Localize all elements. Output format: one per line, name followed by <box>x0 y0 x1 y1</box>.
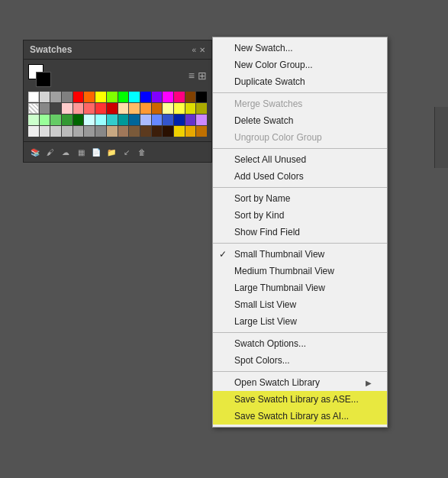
menu-item-save-swatch-library-ase[interactable]: Save Swatch Library as ASE... <box>213 391 387 408</box>
swatch-cell[interactable] <box>84 103 95 114</box>
swatch-cell[interactable] <box>140 115 151 125</box>
menu-item-open-swatch-library[interactable]: Open Swatch Library ▶ <box>213 374 387 391</box>
menu-item-sort-by-name[interactable]: Sort by Name <box>213 190 387 207</box>
menu-item-duplicate-swatch[interactable]: Duplicate Swatch <box>213 73 387 90</box>
swatch-cell[interactable] <box>73 92 84 102</box>
swatch-cell[interactable] <box>196 92 207 102</box>
swatch-cell[interactable] <box>152 103 163 114</box>
swatch-cell[interactable] <box>140 126 151 137</box>
swatch-cell[interactable] <box>107 92 118 102</box>
swatch-cell[interactable] <box>185 92 196 102</box>
folder-icon[interactable]: 📁 <box>105 145 118 159</box>
menu-item-save-swatch-library-ai[interactable]: Save Swatch Library as AI... <box>213 408 387 425</box>
swatch-cell[interactable] <box>95 126 106 137</box>
swatch-cell[interactable] <box>40 103 50 114</box>
swatch-cell[interactable] <box>185 103 196 114</box>
swatch-cell[interactable] <box>196 126 207 137</box>
delete-icon[interactable]: 🗑 <box>135 145 149 159</box>
swatch-cell[interactable] <box>174 103 185 114</box>
menu-item-large-list-view[interactable]: Large List View <box>213 313 387 330</box>
menu-item-show-find-field[interactable]: Show Find Field <box>213 224 387 241</box>
swatch-cell[interactable] <box>62 103 73 114</box>
arrow-icon[interactable]: ↙ <box>120 145 134 159</box>
swatch-cell[interactable] <box>73 126 84 137</box>
swatch-cell[interactable] <box>73 115 84 125</box>
swatch-cell[interactable] <box>62 126 73 137</box>
menu-item-new-color-group[interactable]: New Color Group... <box>213 57 387 73</box>
brush-icon[interactable]: 🖌 <box>44 145 57 159</box>
swatch-cell[interactable] <box>73 103 84 114</box>
menu-item-select-all-unused[interactable]: Select All Unused <box>213 151 387 168</box>
menu-item-large-thumbnail-view[interactable]: Large Thumbnail View <box>213 279 387 296</box>
swatch-cell[interactable] <box>163 126 173 137</box>
swatch-cell[interactable] <box>140 92 151 102</box>
swatch-cell[interactable] <box>28 103 39 114</box>
swatches-panel: Swatches « ✕ ≡ ⊞ <box>23 40 212 163</box>
swatch-cell[interactable] <box>129 126 140 137</box>
swatch-cell[interactable] <box>185 126 196 137</box>
swatch-cell[interactable] <box>84 92 95 102</box>
swatch-cell[interactable] <box>84 126 95 137</box>
swatch-cell[interactable] <box>174 115 185 125</box>
swatch-cell[interactable] <box>118 126 129 137</box>
swatch-cell[interactable] <box>62 92 73 102</box>
cloud-icon[interactable]: ☁ <box>59 145 73 159</box>
swatch-cell[interactable] <box>40 126 50 137</box>
swatch-cell[interactable] <box>107 115 118 125</box>
swatch-cell[interactable] <box>28 126 39 137</box>
menu-item-delete-swatch[interactable]: Delete Swatch <box>213 112 387 129</box>
swatch-cell[interactable] <box>107 126 118 137</box>
swatch-cell[interactable] <box>62 115 73 125</box>
swatch-cell[interactable] <box>95 103 106 114</box>
menu-item-spot-colors[interactable]: Spot Colors... <box>213 352 387 369</box>
swatch-cell[interactable] <box>129 103 140 114</box>
menu-item-sort-by-kind[interactable]: Sort by Kind <box>213 207 387 224</box>
swatch-cell[interactable] <box>129 115 140 125</box>
swatch-cell[interactable] <box>152 126 163 137</box>
swatch-cell[interactable] <box>107 103 118 114</box>
swatch-cell[interactable] <box>40 92 50 102</box>
swatch-cell[interactable] <box>174 126 185 137</box>
menu-item-add-used-colors[interactable]: Add Used Colors <box>213 168 387 185</box>
menu-item-label: Spot Colors... <box>234 355 290 366</box>
swatch-cell[interactable] <box>140 103 151 114</box>
swatch-cell[interactable] <box>50 92 61 102</box>
menu-item-small-thumbnail-view[interactable]: ✓ Small Thumbnail View <box>213 246 387 263</box>
swatch-row <box>28 115 207 125</box>
swatch-cell[interactable] <box>95 115 106 125</box>
swatch-cell[interactable] <box>163 115 173 125</box>
swatch-cell[interactable] <box>118 115 129 125</box>
swatch-cell[interactable] <box>84 115 95 125</box>
doc-icon[interactable]: 📄 <box>89 145 103 159</box>
fg-bg-colors[interactable] <box>28 64 51 87</box>
swatch-cell[interactable] <box>95 92 106 102</box>
swatch-cell[interactable] <box>152 92 163 102</box>
menu-item-new-swatch[interactable]: New Swatch... <box>213 40 387 57</box>
background-color[interactable] <box>36 72 51 87</box>
grid-view-icon[interactable]: ⊞ <box>198 69 207 82</box>
menu-item-small-list-view[interactable]: Small List View <box>213 296 387 313</box>
swatch-cell[interactable] <box>50 115 61 125</box>
swatch-cell[interactable] <box>174 92 185 102</box>
swatch-cell[interactable] <box>40 115 50 125</box>
swatch-cell[interactable] <box>118 103 129 114</box>
swatch-cell[interactable] <box>196 115 207 125</box>
close-icon[interactable]: ✕ <box>199 46 205 54</box>
swatch-cell[interactable] <box>118 92 129 102</box>
swatch-cell[interactable] <box>196 103 207 114</box>
list-view-icon[interactable]: ≡ <box>189 69 195 82</box>
swatch-cell[interactable] <box>28 115 39 125</box>
swatch-cell[interactable] <box>152 115 163 125</box>
menu-item-swatch-options[interactable]: Swatch Options... <box>213 335 387 352</box>
library-icon[interactable]: 📚 <box>28 145 42 159</box>
menu-item-medium-thumbnail-view[interactable]: Medium Thumbnail View <box>213 263 387 279</box>
swatch-cell[interactable] <box>129 92 140 102</box>
grid-icon[interactable]: ▦ <box>74 145 88 159</box>
swatch-cell[interactable] <box>28 92 39 102</box>
swatch-cell[interactable] <box>185 115 196 125</box>
swatch-cell[interactable] <box>163 92 173 102</box>
expand-icon[interactable]: « <box>192 46 196 54</box>
swatch-cell[interactable] <box>50 103 61 114</box>
swatch-cell[interactable] <box>50 126 61 137</box>
swatch-cell[interactable] <box>163 103 173 114</box>
